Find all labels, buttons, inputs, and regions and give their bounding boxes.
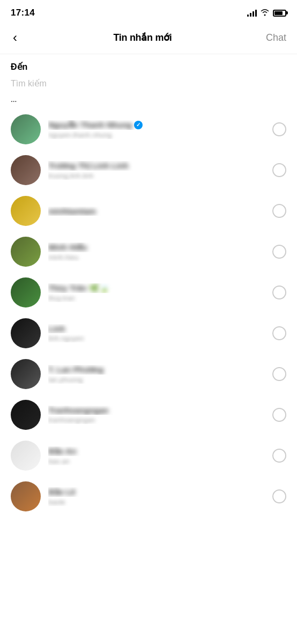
avatar xyxy=(11,318,41,348)
avatar xyxy=(11,481,41,511)
nav-bar: ‹ Tin nhắn mới Chat xyxy=(0,24,297,54)
contact-sub: bao.an xyxy=(48,457,272,465)
avatar xyxy=(11,277,41,308)
list-item[interactable]: Minh Hiếuminh.hieu xyxy=(0,231,297,272)
contact-sub: lan.phuong xyxy=(48,376,272,384)
list-item[interactable]: Bảo Anbao.an xyxy=(0,435,297,476)
contact-sub: baole xyxy=(48,498,272,506)
contact-name: Nguyễn Thanh Nhung xyxy=(48,120,272,130)
list-item[interactable]: T. Lan Phươnglan.phuong xyxy=(0,354,297,394)
content: Đến Tìm kiếm ··· Nguyễn Thanh Nhungnguye… xyxy=(0,54,297,517)
avatar xyxy=(11,155,41,185)
avatar xyxy=(11,237,41,267)
contact-name: Bảo Lê xyxy=(48,487,272,497)
search-placeholder: Tìm kiếm xyxy=(11,79,47,88)
contact-select-circle[interactable] xyxy=(272,326,286,340)
status-icons xyxy=(247,9,286,17)
list-item[interactable]: Tranhoangngantranhoangngan xyxy=(0,394,297,435)
contact-name: Thùy Trân 🌿🍃 xyxy=(48,283,272,293)
avatar xyxy=(11,114,41,144)
list-item[interactable]: Thùy Trân 🌿🍃thuy.tran xyxy=(0,272,297,313)
contact-sub: thuy.tran xyxy=(48,294,272,302)
list-item[interactable]: Bảo Lêbaole xyxy=(0,476,297,517)
contact-select-circle[interactable] xyxy=(272,408,286,422)
back-button[interactable]: ‹ xyxy=(9,28,21,47)
contact-name: Linh xyxy=(48,324,272,333)
list-item[interactable]: minhtamtam xyxy=(0,191,297,231)
avatar xyxy=(11,400,41,430)
contact-name: Bảo An xyxy=(48,447,272,456)
contact-name: Trương Thị Linh Linh xyxy=(48,161,272,171)
verified-badge xyxy=(134,121,143,129)
avatar xyxy=(11,196,41,226)
contact-sub: tranhoangngan xyxy=(48,416,272,424)
avatar xyxy=(11,359,41,389)
contact-sub: linh.nguyen xyxy=(48,334,272,342)
status-time: 17:14 xyxy=(11,8,35,18)
contact-sub: nguyen.thanh.nhung xyxy=(48,131,272,139)
contact-select-circle[interactable] xyxy=(272,163,286,177)
chat-button[interactable]: Chat xyxy=(264,30,288,46)
contact-name: Minh Hiếu xyxy=(48,243,272,252)
contact-select-circle[interactable] xyxy=(272,449,286,463)
section-label: ··· xyxy=(0,94,297,109)
contact-select-circle[interactable] xyxy=(272,489,286,503)
contact-list: Nguyễn Thanh Nhungnguyen.thanh.nhungTrươ… xyxy=(0,109,297,517)
contact-sub: truong.linh.linh xyxy=(48,172,272,180)
avatar xyxy=(11,441,41,471)
contact-select-circle[interactable] xyxy=(272,367,286,381)
contact-name: Tranhoangngan xyxy=(48,406,272,415)
contact-select-circle[interactable] xyxy=(272,122,286,136)
page-title: Tin nhắn mới xyxy=(113,32,172,43)
to-label: Đến xyxy=(11,62,27,71)
contact-select-circle[interactable] xyxy=(272,245,286,259)
contact-sub: minh.hieu xyxy=(48,253,272,261)
contact-select-circle[interactable] xyxy=(272,286,286,299)
signal-icon xyxy=(247,9,257,17)
battery-icon xyxy=(273,10,286,17)
list-item[interactable]: Trương Thị Linh Linhtruong.linh.linh xyxy=(0,150,297,191)
wifi-icon xyxy=(260,9,270,17)
contact-name: minhtamtam xyxy=(48,207,272,216)
to-section: Đến xyxy=(0,54,297,75)
contact-name: T. Lan Phương xyxy=(48,365,272,375)
status-bar: 17:14 xyxy=(0,0,297,24)
search-container[interactable]: Tìm kiếm xyxy=(0,75,297,94)
list-item[interactable]: Linhlinh.nguyen xyxy=(0,313,297,354)
list-item[interactable]: Nguyễn Thanh Nhungnguyen.thanh.nhung xyxy=(0,109,297,150)
section-label-text: ··· xyxy=(11,97,17,105)
contact-select-circle[interactable] xyxy=(272,204,286,218)
